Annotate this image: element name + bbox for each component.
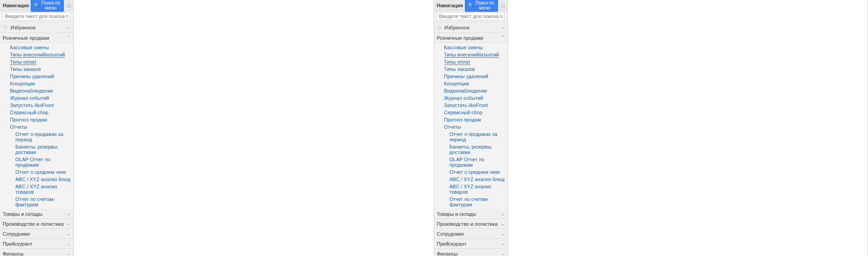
nav-item[interactable]: Видеонаблюдение (434, 87, 508, 94)
nav-item[interactable]: Журнал событий (0, 94, 73, 102)
pin-icon[interactable]: □ (66, 3, 71, 8)
chevron-down-icon: ⌄ (66, 24, 71, 30)
nav-item[interactable]: Отчет о среднем чеке (0, 168, 73, 176)
chevron-icon: ⌄ (66, 221, 71, 227)
sidebar-header: Навигация 🔍Поиск по меню □ (434, 0, 508, 11)
nav-item[interactable]: Концепции (0, 80, 73, 87)
nav-item[interactable]: ABC / XYZ анализ блюд (434, 176, 508, 183)
nav-item[interactable]: Кассовые смены (434, 44, 508, 51)
chevron-icon: ⌄ (501, 241, 505, 247)
nav-item[interactable]: Отчет о продажах за период (0, 130, 73, 143)
nav-item[interactable]: Причины удалений (0, 73, 73, 80)
nav-item[interactable]: Видеонаблюдение (0, 87, 73, 94)
nav-section[interactable]: Финансы⌄ (0, 249, 73, 256)
chevron-icon: ⌄ (501, 251, 505, 256)
nav-section[interactable]: Сотрудники⌄ (434, 229, 508, 239)
nav-item[interactable]: Банкеты, резервы, доставки (434, 143, 508, 156)
nav-section[interactable]: Производство и логистика⌄ (0, 219, 73, 229)
chevron-icon: ⌄ (66, 231, 71, 237)
nav-item[interactable]: OLAP Отчет по продажам (0, 156, 73, 168)
nav-section[interactable]: Товары и склады⌄ (434, 209, 508, 219)
nav-item[interactable]: Типы внесений/изъятий (434, 51, 508, 58)
nav-item[interactable]: Отчет о продажах за период (434, 130, 508, 143)
favorites-section[interactable]: ☆Избранное⌄ (434, 22, 508, 33)
nav-section[interactable]: Товары и склады⌄ (0, 209, 73, 219)
nav-item[interactable]: Запустить iikoFront (0, 102, 73, 109)
nav-item[interactable]: Банкеты, резервы, доставки (0, 143, 73, 156)
nav-item[interactable]: Сервисный сбор (434, 109, 508, 116)
menu-search-button[interactable]: 🔍Поиск по меню (465, 0, 498, 12)
nav-section[interactable]: Розничные продажи⌃ (0, 33, 73, 43)
sidebar-header: Навигация 🔍Поиск по меню □ (0, 0, 73, 11)
menu-search-button[interactable]: 🔍Поиск по меню (31, 0, 64, 12)
nav-item[interactable]: Журнал событий (434, 94, 508, 102)
nav-item[interactable]: Кассовые смены (0, 44, 73, 51)
nav-item[interactable]: Типы заказов (0, 65, 73, 73)
nav-item[interactable]: OLAP Отчет по продажам (434, 156, 508, 168)
nav-section[interactable]: Производство и логистика⌄ (434, 219, 508, 229)
nav-item[interactable]: Запустить iikoFront (434, 102, 508, 109)
chevron-icon: ⌃ (501, 35, 505, 41)
star-icon: ☆ (437, 24, 442, 31)
nav-item[interactable]: Отчет по счетам-фактурам (0, 195, 73, 208)
star-icon: ☆ (3, 24, 8, 31)
menu-search-input[interactable] (437, 12, 505, 20)
chevron-icon: ⌄ (66, 211, 71, 217)
nav-item[interactable]: Отчеты (0, 123, 73, 130)
chevron-icon: ⌄ (66, 251, 71, 256)
nav-item[interactable]: Типы оплат (0, 58, 73, 65)
nav-item[interactable]: Сервисный сбор (0, 109, 73, 116)
nav-item[interactable]: Отчеты (434, 123, 508, 130)
nav-item[interactable]: ABC / XYZ анализ блюд (0, 176, 73, 183)
nav-item[interactable]: Типы внесений/изъятий (0, 51, 73, 58)
nav-section[interactable]: Прейскурант⌄ (434, 239, 508, 249)
nav-section[interactable]: Финансы⌄ (434, 249, 508, 256)
pin-icon[interactable]: □ (500, 3, 505, 8)
nav-item[interactable]: Отчет о среднем чеке (434, 168, 508, 176)
sidebar-title: Навигация (3, 3, 29, 8)
nav-item[interactable]: Концепции (434, 80, 508, 87)
nav-item[interactable]: ABC / XYZ анализ товаров (434, 183, 508, 195)
chevron-icon: ⌃ (66, 35, 71, 41)
favorites-section[interactable]: ☆Избранное⌄ (0, 22, 73, 33)
nav-item[interactable]: Типы заказов (434, 65, 508, 73)
nav-item[interactable]: Причины удалений (434, 73, 508, 80)
nav-item[interactable]: ABC / XYZ анализ товаров (0, 183, 73, 195)
sidebar-title: Навигация (437, 3, 463, 8)
chevron-down-icon: ⌄ (501, 24, 505, 30)
menu-search-input[interactable] (3, 12, 71, 20)
nav-item[interactable]: Типы оплат (434, 58, 508, 65)
nav-item[interactable]: Прогноз продаж (434, 116, 508, 123)
chevron-icon: ⌄ (501, 211, 505, 217)
chevron-icon: ⌄ (501, 231, 505, 237)
nav-item[interactable]: Прогноз продаж (0, 116, 73, 123)
nav-section[interactable]: Розничные продажи⌃ (434, 33, 508, 43)
chevron-icon: ⌄ (66, 241, 71, 247)
chevron-icon: ⌄ (501, 221, 505, 227)
nav-section[interactable]: Сотрудники⌄ (0, 229, 73, 239)
nav-item[interactable]: Отчет по счетам-фактурам (434, 195, 508, 208)
nav-section[interactable]: Прейскурант⌄ (0, 239, 73, 249)
